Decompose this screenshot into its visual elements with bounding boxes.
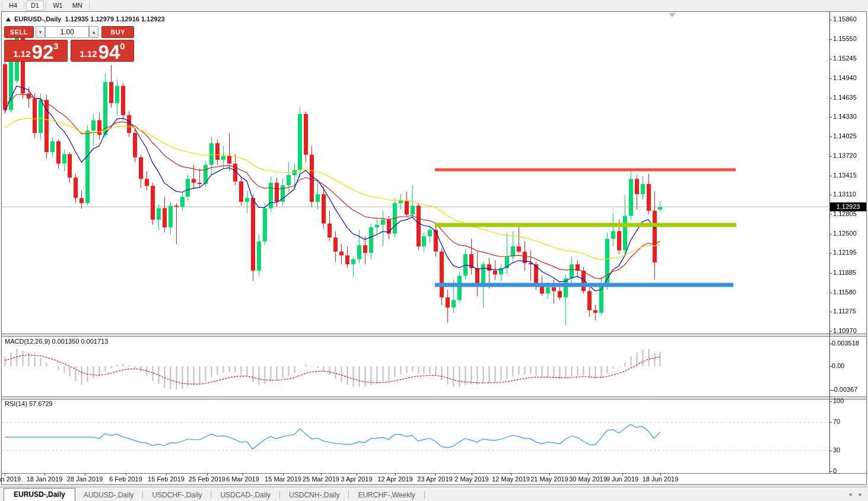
buy-price-button[interactable]: 1.12 94 0 (71, 40, 134, 62)
price-axis-label: 1.14025 (833, 132, 857, 139)
price-axis-label: 1.12195 (833, 249, 857, 256)
symbol-period-label: EURUSD-,Daily (14, 15, 61, 23)
sell-price-pip: 3 (53, 41, 58, 51)
price-axis-label: 1.11580 (833, 288, 856, 296)
price-axis-label: 1.15550 (833, 35, 857, 42)
symbol-tab-bar: EURUSD-,DailyAUDUSD-,DailyUSDCHF-,DailyU… (0, 487, 868, 501)
tab-separator (211, 491, 211, 499)
one-click-trading-panel: SELL ▼ ▲ BUY 1.12 92 3 1.12 94 0 (4, 26, 134, 62)
date-axis-label: 21 May 2019 (530, 475, 568, 483)
price-axis-label: 1.13110 (833, 191, 856, 198)
buy-button[interactable]: BUY (101, 26, 134, 38)
sell-price-big: 92 (32, 44, 54, 60)
date-axis-label: 15 Mar 2019 (265, 475, 301, 483)
tab-usdchf-daily[interactable]: USDCHF-,Daily (144, 489, 210, 501)
price-axis-label: 1.13415 (833, 172, 857, 179)
rsi-indicator-label: RSI(14) 57.6729 (5, 400, 53, 407)
date-axis-label: 3 Apr 2019 (341, 475, 372, 483)
price-axis-label: 1.11275 (833, 307, 856, 315)
rsi-axis-label: 30 (833, 446, 840, 454)
tab-audusd-daily[interactable]: AUDUSD-,Daily (75, 489, 142, 501)
price-axis-label: 1.14940 (833, 74, 857, 81)
ohlc-values: 1.12935 1.12979 1.12916 1.12923 (65, 15, 164, 23)
price-axis-label: 1.12500 (833, 230, 857, 237)
price-axis-label: 1.14330 (833, 113, 857, 120)
tab-scroll-arrows: ◂ ▸ (848, 490, 862, 498)
date-axis-label: 23 Apr 2019 (417, 475, 452, 483)
date-axis-label: 12 May 2019 (492, 475, 530, 483)
date-axis-label: 25 Feb 2019 (189, 475, 225, 483)
chart-title: EURUSD-,Daily 1.12935 1.12979 1.12916 1.… (6, 15, 165, 23)
date-axis-label: 2 May 2019 (454, 475, 488, 483)
date-axis-label: 12 Apr 2019 (377, 475, 412, 483)
buy-price-pip: 0 (120, 41, 125, 51)
buy-price-big: 94 (98, 44, 120, 60)
tab-scroll-left-icon[interactable]: ◂ (848, 490, 852, 498)
chevron-down-icon: ▼ (38, 30, 43, 35)
tab-separator (424, 491, 425, 499)
price-axis-label: 1.14635 (833, 94, 857, 101)
volume-increase-button[interactable]: ▲ (89, 26, 98, 38)
volume-decrease-button[interactable]: ▼ (36, 26, 45, 38)
tab-separator (142, 491, 143, 499)
date-axis-label: 9 Jan 2019 (0, 475, 21, 483)
macd-axis-label: 0.003518 (832, 340, 859, 347)
sell-price-button[interactable]: 1.12 92 3 (4, 40, 68, 62)
macd-axis-label: 0.00 (832, 362, 844, 369)
rsi-axis-label: 0 (833, 467, 837, 474)
volume-input[interactable] (45, 26, 89, 38)
date-axis-label: 6 Mar 2019 (226, 475, 259, 483)
price-axis-label: 1.15245 (833, 55, 857, 62)
date-axis-label: 28 Jan 2019 (67, 475, 103, 483)
chevron-up-icon: ▲ (91, 30, 96, 35)
price-axis-label: 1.11885 (833, 269, 856, 276)
price-axis-label: 1.15860 (833, 15, 857, 23)
date-axis-label: 9 Jun 2019 (606, 475, 638, 483)
terminal-window: H4D1W1MN EURUSD-,Daily 1.12935 1.12979 1… (0, 0, 868, 501)
date-axis-label: 6 Feb 2019 (109, 475, 142, 483)
tab-eurchf-weekly[interactable]: EURCHF-,Weekly (349, 489, 423, 501)
sell-button[interactable]: SELL (4, 26, 34, 38)
tab-separator (348, 491, 349, 499)
date-axis-label: 18 Jun 2019 (643, 475, 679, 483)
price-axis-label: 1.13720 (833, 152, 857, 159)
macd-indicator-label: MACD(12,26,9) 0.001350 0.001713 (5, 338, 108, 345)
tab-usdcnh-daily[interactable]: USDCNH-,Daily (281, 489, 348, 501)
symbol-marker-icon (6, 17, 11, 21)
date-axis-label: 25 Mar 2019 (303, 475, 339, 483)
macd-axis-label: -0.00367 (832, 386, 857, 393)
tab-eurusd-daily[interactable]: EURUSD-,Daily (4, 488, 75, 501)
rsi-axis-label: 100 (833, 397, 844, 404)
price-axis-label: 1.12805 (833, 210, 857, 217)
date-axis-label: 30 May 2019 (569, 475, 607, 483)
date-axis-label: 15 Feb 2019 (148, 475, 185, 483)
buy-price-main: 1.12 (80, 49, 97, 59)
date-axis-label: 18 Jan 2019 (27, 475, 63, 483)
tab-usdcad-daily[interactable]: USDCAD-,Daily (212, 489, 279, 501)
rsi-axis-label: 70 (833, 418, 840, 425)
price-axis-label: 1.10970 (833, 327, 857, 334)
tab-separator (279, 491, 280, 499)
tab-scroll-right-icon[interactable]: ▸ (859, 490, 862, 498)
chart-shift-marker-icon[interactable] (669, 13, 676, 17)
chart-canvas[interactable] (0, 0, 868, 501)
sell-price-main: 1.12 (13, 49, 30, 59)
